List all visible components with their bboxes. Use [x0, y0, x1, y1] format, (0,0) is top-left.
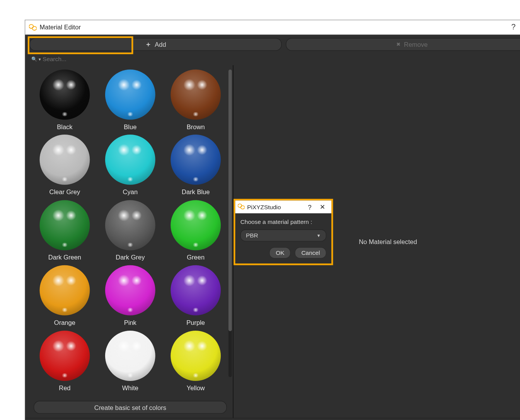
dialog-cancel-button[interactable]: Cancel	[295, 247, 326, 258]
material-sphere-icon	[39, 69, 90, 120]
material-swatch[interactable]: Blue	[98, 69, 162, 133]
dialog-body: Choose a material pattern : PBR ▼ OK Can…	[235, 213, 331, 263]
pattern-dialog: PiXYZStudio ? ✕ Choose a material patter…	[234, 199, 333, 265]
material-label: Dark Green	[48, 253, 81, 261]
material-label: Clear Grey	[49, 188, 80, 196]
material-sphere-icon	[105, 265, 155, 315]
footer: ⏻ Close ⟳ Save material ✔ OK	[25, 418, 520, 420]
material-sphere-icon	[39, 330, 90, 381]
material-sphere-icon	[105, 69, 155, 120]
material-label: Brown	[186, 123, 205, 130]
material-sphere-icon	[105, 330, 155, 381]
material-label: Green	[187, 253, 205, 261]
material-swatch[interactable]: White	[98, 330, 162, 394]
material-sphere-icon	[105, 200, 155, 250]
material-swatch[interactable]: Dark Grey	[98, 200, 162, 263]
material-swatch[interactable]: Dark Blue	[164, 135, 227, 198]
material-sphere-icon	[105, 135, 155, 185]
dialog-ok-button[interactable]: OK	[269, 247, 290, 258]
caret-down-icon: ▼	[316, 233, 321, 237]
material-sphere-icon	[39, 200, 90, 250]
material-swatch[interactable]: Orange	[32, 265, 96, 328]
dialog-titlebar: PiXYZStudio ? ✕	[235, 200, 331, 213]
material-label: Purple	[186, 319, 205, 326]
plus-icon: ＋	[145, 40, 151, 48]
material-label: Pink	[124, 319, 136, 326]
add-button[interactable]: ＋ Add	[29, 38, 281, 51]
dialog-ok-label: OK	[276, 249, 284, 256]
dialog-help-button[interactable]: ?	[303, 203, 316, 210]
material-label: Black	[57, 123, 72, 130]
no-material-label: No Material selected	[359, 238, 417, 245]
dialog-cancel-label: Cancel	[301, 249, 320, 256]
material-sphere-icon	[170, 265, 221, 315]
material-sphere-icon	[170, 330, 221, 381]
material-swatch[interactable]: Pink	[98, 265, 162, 328]
material-label: Dark Blue	[181, 188, 209, 196]
search-icon: 🔍	[31, 56, 37, 61]
scrollbar[interactable]	[228, 69, 232, 377]
material-sphere-icon	[39, 135, 90, 185]
material-swatch[interactable]: Green	[164, 200, 227, 263]
dialog-logo-icon	[238, 203, 246, 211]
remove-button-label: Remove	[404, 41, 427, 48]
app-logo-icon	[28, 23, 37, 31]
window-title: Material Editor	[39, 23, 505, 31]
dialog-buttons: OK Cancel	[240, 247, 326, 258]
material-label: White	[122, 384, 138, 391]
dialog-title: PiXYZStudio	[247, 203, 303, 210]
titlebar: Material Editor ? ✕	[25, 20, 520, 34]
material-swatch[interactable]: Cyan	[98, 135, 162, 198]
material-swatch[interactable]: Clear Grey	[32, 135, 96, 198]
material-swatch[interactable]: Dark Green	[32, 200, 96, 263]
material-label: Red	[59, 384, 70, 391]
material-sphere-icon	[39, 265, 90, 315]
material-swatch[interactable]: Red	[32, 330, 96, 394]
search-dropdown-icon[interactable]: ▾	[39, 56, 41, 61]
material-label: Cyan	[123, 188, 138, 196]
dialog-close-button[interactable]: ✕	[316, 203, 329, 211]
material-swatch[interactable]: Purple	[164, 265, 227, 328]
material-sphere-icon	[170, 135, 221, 185]
material-label: Orange	[54, 319, 75, 326]
material-label: Yellow	[186, 384, 205, 391]
search-input[interactable]	[43, 55, 520, 62]
search-row: 🔍 ▾	[25, 54, 520, 65]
material-sphere-icon	[170, 69, 221, 120]
scrollbar-thumb[interactable]	[228, 69, 232, 331]
material-editor-window: Material Editor ? ✕ ＋ Add ✖ Remove 🔍 ▾ B…	[25, 20, 520, 420]
material-swatch[interactable]: Yellow	[164, 330, 227, 394]
material-label: Blue	[124, 123, 136, 130]
help-button[interactable]: ?	[505, 22, 520, 31]
material-list-pane: BlackBlueBrownClear GreyCyanDark BlueDar…	[25, 65, 234, 418]
create-basic-colors-button[interactable]: Create basic set of colors	[34, 401, 227, 413]
add-button-label: Add	[155, 41, 166, 48]
remove-icon: ✖	[396, 41, 400, 47]
material-grid: BlackBlueBrownClear GreyCyanDark BlueDar…	[27, 65, 232, 398]
material-sphere-icon	[170, 200, 221, 250]
toolbar: ＋ Add ✖ Remove	[25, 34, 520, 54]
remove-button[interactable]: ✖ Remove	[286, 38, 520, 51]
create-basic-colors-label: Create basic set of colors	[94, 403, 166, 411]
material-label: Dark Grey	[116, 253, 145, 261]
pattern-select[interactable]: PBR ▼	[240, 229, 326, 241]
pattern-select-value: PBR	[246, 232, 258, 239]
dialog-prompt: Choose a material pattern :	[240, 218, 326, 225]
material-swatch[interactable]: Brown	[164, 69, 227, 133]
material-swatch[interactable]: Black	[32, 69, 96, 133]
